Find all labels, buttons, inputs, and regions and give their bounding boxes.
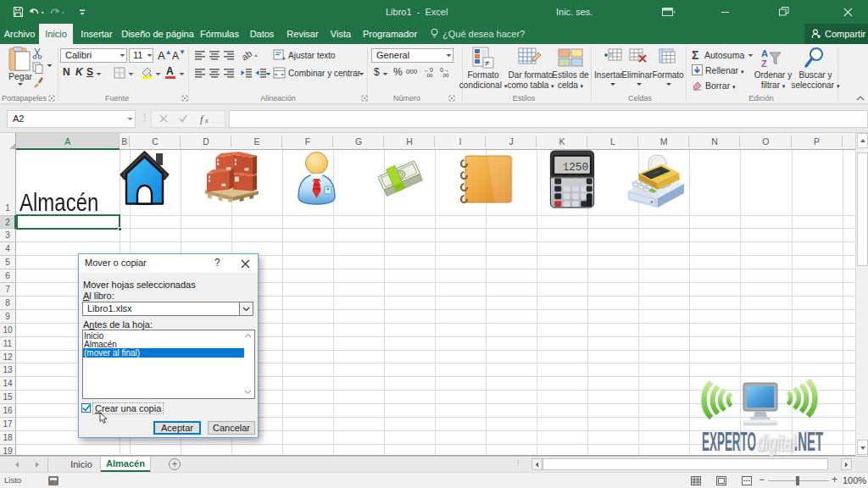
svg-text:←0: ←0	[424, 67, 433, 73]
svg-text:.00: .00	[426, 73, 433, 78]
svg-text:.NET: .NET	[794, 427, 823, 457]
svg-text:Z: Z	[761, 58, 767, 69]
svg-text:A: A	[761, 48, 768, 58]
svg-text:x: x	[204, 117, 209, 125]
svg-text:ab: ab	[242, 48, 253, 62]
svg-text:digital: digital	[757, 430, 796, 456]
svg-text:1250: 1250	[563, 161, 589, 174]
svg-text:0→: 0→	[440, 67, 449, 73]
svg-text:f: f	[200, 114, 204, 125]
svg-text:8: 8	[559, 161, 566, 174]
svg-text:≠: ≠	[485, 58, 490, 68]
svg-text:.00: .00	[442, 73, 449, 78]
svg-text:EXPERTO: EXPERTO	[702, 427, 756, 457]
